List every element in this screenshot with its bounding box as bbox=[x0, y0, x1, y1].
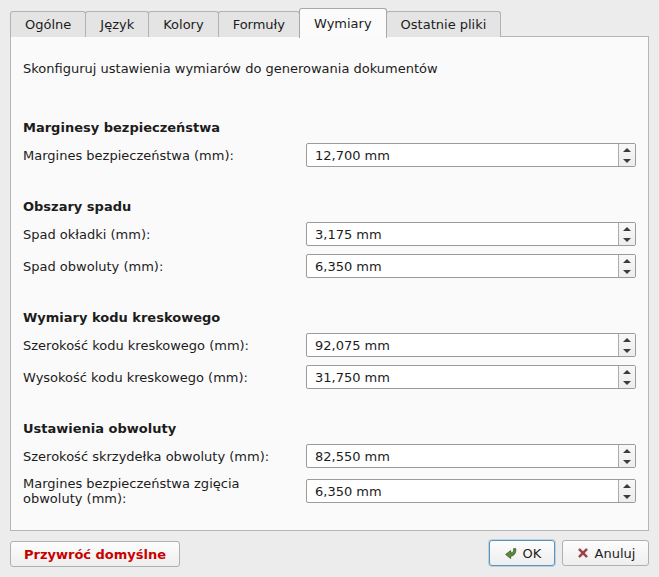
row-barcode-width: Szerokość kodu kreskowego (mm): bbox=[23, 333, 636, 357]
tab-panel-wymiary: Skonfiguruj ustawienia wymiarów do gener… bbox=[10, 36, 649, 531]
jacket-fold-safety-margin-label: Margines bezpieczeństwa zgięcia obwoluty… bbox=[23, 476, 306, 506]
row-jacket-flap-width: Szerokość skrzydełka obwoluty (mm): bbox=[23, 444, 636, 468]
row-jacket-fold-safety-margin: Margines bezpieczeństwa zgięcia obwoluty… bbox=[23, 476, 636, 506]
safety-margin-spin-buttons bbox=[618, 144, 635, 166]
row-barcode-height: Wysokość kodu kreskowego (mm): bbox=[23, 365, 636, 389]
barcode-height-label: Wysokość kodu kreskowego (mm): bbox=[23, 370, 306, 385]
barcode-height-input[interactable] bbox=[307, 366, 618, 388]
ok-button[interactable]: OK bbox=[489, 540, 555, 566]
jacket-flap-width-spin-buttons bbox=[618, 445, 635, 467]
cancel-x-icon bbox=[576, 546, 590, 560]
safety-margin-input[interactable] bbox=[307, 144, 618, 166]
spin-up-icon[interactable] bbox=[619, 144, 635, 155]
tab-ogolne[interactable]: Ogólne bbox=[10, 11, 86, 37]
tab-formuly[interactable]: Formuły bbox=[218, 11, 300, 37]
barcode-height-spinbox bbox=[306, 365, 636, 389]
spin-down-icon[interactable] bbox=[619, 377, 635, 388]
row-jacket-bleed: Spad obwoluty (mm): bbox=[23, 254, 636, 278]
jacket-bleed-spin-buttons bbox=[618, 255, 635, 277]
preferences-dialog: Ogólne Język Kolory Formuły Wymiary Osta… bbox=[0, 0, 659, 577]
jacket-bleed-label: Spad obwoluty (mm): bbox=[23, 259, 306, 274]
spin-up-icon[interactable] bbox=[619, 223, 635, 234]
ok-label: OK bbox=[523, 546, 542, 561]
spin-down-icon[interactable] bbox=[619, 345, 635, 356]
barcode-width-spinbox bbox=[306, 333, 636, 357]
jacket-bleed-input[interactable] bbox=[307, 255, 618, 277]
row-cover-bleed: Spad okładki (mm): bbox=[23, 222, 636, 246]
section-title-bleed-areas: Obszary spadu bbox=[23, 199, 636, 214]
section-title-safety-margins: Marginesy bezpieczeństwa bbox=[23, 120, 636, 135]
tab-bar: Ogólne Język Kolory Formuły Wymiary Osta… bbox=[10, 7, 649, 37]
jacket-bleed-spinbox bbox=[306, 254, 636, 278]
cancel-label: Anuluj bbox=[595, 546, 636, 561]
cover-bleed-label: Spad okładki (mm): bbox=[23, 227, 306, 242]
barcode-width-label: Szerokość kodu kreskowego (mm): bbox=[23, 338, 306, 353]
row-safety-margin: Margines bezpieczeństwa (mm): bbox=[23, 143, 636, 167]
restore-defaults-button[interactable]: Przywróć domyślne bbox=[10, 541, 180, 567]
restore-defaults-label: Przywróć domyślne bbox=[24, 547, 166, 562]
jacket-flap-width-input[interactable] bbox=[307, 445, 618, 467]
spin-down-icon[interactable] bbox=[619, 266, 635, 277]
barcode-height-spin-buttons bbox=[618, 366, 635, 388]
tab-ostatnie-pliki[interactable]: Ostatnie pliki bbox=[386, 11, 502, 37]
page-description: Skonfiguruj ustawienia wymiarów do gener… bbox=[23, 61, 636, 76]
spin-down-icon[interactable] bbox=[619, 456, 635, 467]
barcode-width-input[interactable] bbox=[307, 334, 618, 356]
cover-bleed-spin-buttons bbox=[618, 223, 635, 245]
spin-down-icon[interactable] bbox=[619, 155, 635, 166]
section-title-jacket-settings: Ustawienia obwoluty bbox=[23, 421, 636, 436]
tab-kolory[interactable]: Kolory bbox=[148, 11, 218, 37]
spin-up-icon[interactable] bbox=[619, 366, 635, 377]
jacket-flap-width-label: Szerokość skrzydełka obwoluty (mm): bbox=[23, 449, 306, 464]
cancel-button[interactable]: Anuluj bbox=[562, 540, 649, 566]
ok-arrow-icon bbox=[503, 546, 518, 561]
spin-down-icon[interactable] bbox=[619, 491, 635, 502]
tab-wymiary[interactable]: Wymiary bbox=[299, 8, 387, 38]
safety-margin-label: Margines bezpieczeństwa (mm): bbox=[23, 148, 306, 163]
spin-up-icon[interactable] bbox=[619, 334, 635, 345]
spin-up-icon[interactable] bbox=[619, 445, 635, 456]
cover-bleed-input[interactable] bbox=[307, 223, 618, 245]
jacket-flap-width-spinbox bbox=[306, 444, 636, 468]
safety-margin-spinbox bbox=[306, 143, 636, 167]
jacket-fold-safety-margin-spinbox bbox=[306, 479, 636, 503]
spin-up-icon[interactable] bbox=[619, 480, 635, 491]
spin-down-icon[interactable] bbox=[619, 234, 635, 245]
jacket-fold-safety-margin-spin-buttons bbox=[618, 480, 635, 502]
barcode-width-spin-buttons bbox=[618, 334, 635, 356]
section-title-barcode-dimensions: Wymiary kodu kreskowego bbox=[23, 310, 636, 325]
jacket-fold-safety-margin-input[interactable] bbox=[307, 480, 618, 502]
spin-up-icon[interactable] bbox=[619, 255, 635, 266]
tab-jezyk[interactable]: Język bbox=[85, 11, 149, 37]
cover-bleed-spinbox bbox=[306, 222, 636, 246]
